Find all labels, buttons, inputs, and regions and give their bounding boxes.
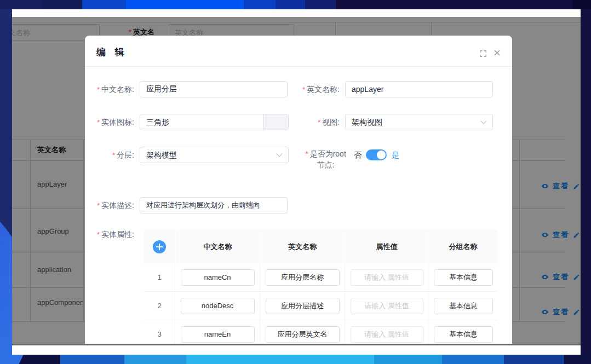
attr-group-input[interactable] <box>434 298 493 314</box>
entity-desc-input[interactable] <box>140 197 288 213</box>
attr-row: 1 <box>144 263 498 292</box>
required-asterisk: * <box>112 151 115 159</box>
field-label-attrs: *实体属性: <box>85 226 134 243</box>
attr-name-en-input[interactable] <box>266 269 340 286</box>
attr-header-name-cn: 中文名称 <box>176 230 260 263</box>
attr-header-add <box>144 230 175 263</box>
decor-top-band <box>0 0 591 9</box>
required-asterisk: * <box>97 118 100 126</box>
field-label-is-root: *是否为root节点: <box>304 148 347 170</box>
required-asterisk: * <box>318 118 320 126</box>
attr-value-input[interactable] <box>351 326 423 343</box>
attr-name-cn-input[interactable] <box>181 326 255 343</box>
icon-picker-button[interactable] <box>263 114 288 130</box>
field-label-name-cn: *中文名称: <box>85 81 134 98</box>
chevron-down-icon <box>480 118 486 124</box>
attr-header-value: 属性值 <box>345 230 428 263</box>
attr-group-input[interactable] <box>434 269 493 286</box>
required-asterisk: * <box>97 201 100 210</box>
chevron-down-icon <box>276 151 282 157</box>
toggle-off-label: 否 <box>354 147 362 163</box>
toggle-knob <box>377 151 386 159</box>
attr-row-index: 3 <box>157 330 161 338</box>
attr-row-index: 1 <box>157 273 161 281</box>
attr-name-en-input[interactable] <box>266 298 340 314</box>
attr-name-cn-input[interactable] <box>181 298 255 314</box>
close-icon[interactable] <box>493 49 501 59</box>
add-attr-button[interactable] <box>153 240 166 253</box>
decor-bottom-band <box>0 355 591 364</box>
required-asterisk: * <box>97 230 100 239</box>
name-en-input[interactable] <box>345 81 493 97</box>
attr-group-input[interactable] <box>434 326 493 343</box>
attr-name-cn-input[interactable] <box>181 269 255 286</box>
field-label-desc: *实体描述: <box>85 197 134 214</box>
attr-row: 2 <box>144 292 498 320</box>
dialog-header: 编 辑 <box>85 36 512 67</box>
entity-icon-input-group: 三角形 <box>140 114 289 130</box>
name-cn-input[interactable] <box>140 81 288 97</box>
field-label-view: *视图: <box>290 114 340 131</box>
attr-name-en-input[interactable] <box>266 326 340 343</box>
attr-row-index: 2 <box>157 302 161 310</box>
toggle-on-label: 是 <box>392 147 399 163</box>
dialog-title: 编 辑 <box>96 46 128 59</box>
view-select-value: 架构视图 <box>352 118 382 126</box>
required-asterisk: * <box>305 149 308 158</box>
attr-header-name-en: 英文名称 <box>260 230 345 263</box>
required-asterisk: * <box>97 85 100 94</box>
field-label-layer: *分层: <box>85 147 134 164</box>
entity-icon-value[interactable]: 三角形 <box>140 114 263 130</box>
attr-value-input[interactable] <box>351 269 423 286</box>
view-select[interactable]: 架构视图 <box>345 114 493 130</box>
attr-table-header: 中文名称 英文名称 属性值 分组名称 <box>144 230 498 263</box>
required-asterisk: * <box>302 85 305 94</box>
edit-dialog: 编 辑 *中文名称: *英文名称: *实体图标: 三角形 *视图: 架构视图 *… <box>85 36 512 344</box>
app-window: *英文名 英文名称 appLayer appGroup application … <box>12 17 581 345</box>
layer-select[interactable]: 架构模型 <box>140 147 289 163</box>
root-toggle-switch[interactable] <box>366 149 387 160</box>
entity-attr-table: 中文名称 英文名称 属性值 分组名称 1 2 3 <box>144 230 498 344</box>
attr-header-group: 分组名称 <box>429 230 497 263</box>
field-label-entity-icon: *实体图标: <box>85 114 134 131</box>
attr-row: 3 <box>144 320 498 344</box>
attr-value-input[interactable] <box>351 298 423 314</box>
field-label-name-en: *英文名称: <box>290 81 340 98</box>
layer-select-value: 架构模型 <box>146 151 177 159</box>
fullscreen-icon[interactable] <box>479 50 487 60</box>
